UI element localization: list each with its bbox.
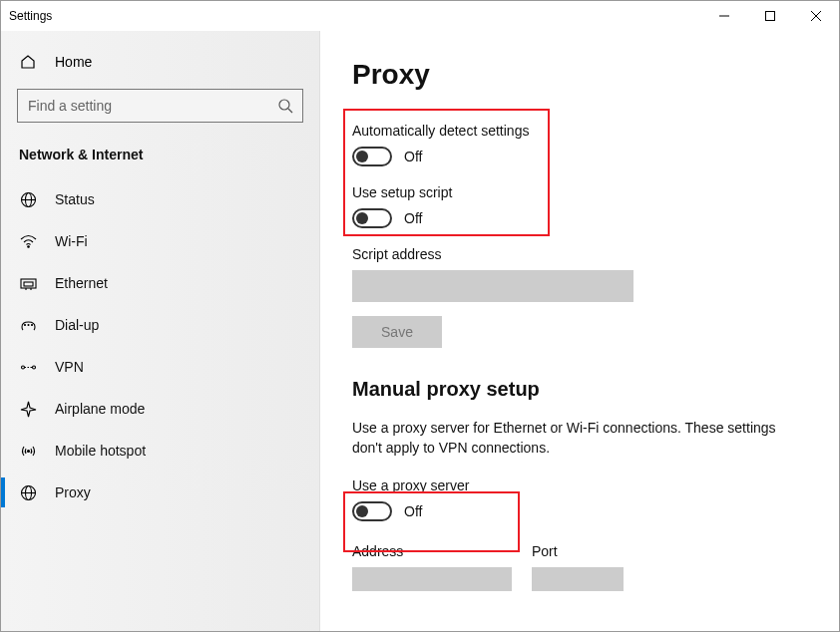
setup-script-label: Use setup script — [352, 184, 807, 200]
maximize-button[interactable] — [747, 1, 793, 31]
dialup-icon — [19, 316, 37, 334]
minimize-button[interactable] — [701, 1, 747, 31]
script-address-input[interactable] — [352, 270, 633, 302]
hotspot-icon — [19, 442, 37, 460]
sidebar-item-label: Dial-up — [55, 317, 99, 333]
sidebar-item-label: Status — [55, 191, 95, 207]
sidebar-item-proxy[interactable]: Proxy — [1, 472, 319, 513]
port-input[interactable] — [532, 567, 624, 591]
svg-point-20 — [27, 450, 29, 452]
address-label: Address — [352, 543, 512, 559]
setup-script-toggle[interactable] — [352, 208, 392, 228]
titlebar: Settings — [1, 1, 839, 31]
sidebar-item-label: VPN — [55, 359, 84, 375]
save-button[interactable]: Save — [352, 316, 442, 348]
auto-detect-toggle[interactable] — [352, 147, 392, 166]
address-input[interactable] — [352, 567, 512, 591]
manual-proxy-heading: Manual proxy setup — [352, 378, 807, 401]
sidebar-item-hotspot[interactable]: Mobile hotspot — [1, 430, 319, 472]
sidebar-item-ethernet[interactable]: Ethernet — [1, 262, 319, 304]
sidebar-item-label: Wi-Fi — [55, 233, 88, 249]
sidebar: Home Network & Internet Status Wi-Fi — [1, 31, 320, 631]
svg-rect-11 — [24, 282, 33, 286]
use-proxy-toggle[interactable] — [352, 501, 392, 521]
sidebar-item-label: Airplane mode — [55, 401, 145, 417]
setup-script-state: Off — [404, 210, 422, 226]
status-icon — [19, 190, 37, 208]
home-link[interactable]: Home — [1, 43, 319, 81]
manual-proxy-description: Use a proxy server for Ethernet or Wi-Fi… — [352, 419, 807, 458]
port-label: Port — [532, 543, 624, 559]
sidebar-item-status[interactable]: Status — [1, 178, 319, 220]
sidebar-section-title: Network & Internet — [1, 139, 319, 178]
proxy-icon — [19, 483, 37, 501]
auto-detect-state: Off — [404, 149, 422, 164]
auto-detect-label: Automatically detect settings — [352, 123, 807, 139]
sidebar-item-label: Proxy — [55, 484, 91, 500]
sidebar-item-airplane[interactable]: Airplane mode — [1, 388, 319, 430]
svg-point-18 — [32, 366, 35, 369]
svg-point-17 — [21, 366, 24, 369]
svg-point-14 — [24, 324, 25, 325]
sidebar-item-label: Mobile hotspot — [55, 443, 146, 459]
wifi-icon — [19, 232, 37, 250]
vpn-icon — [19, 358, 37, 376]
search-input[interactable] — [28, 98, 276, 114]
close-button[interactable] — [793, 1, 839, 31]
page-title: Proxy — [352, 59, 807, 91]
svg-point-15 — [28, 324, 29, 325]
airplane-icon — [19, 400, 37, 418]
svg-point-9 — [27, 245, 29, 247]
sidebar-item-wifi[interactable]: Wi-Fi — [1, 220, 319, 262]
script-address-label: Script address — [352, 246, 807, 262]
search-box[interactable] — [17, 89, 303, 123]
home-icon — [19, 53, 37, 71]
home-label: Home — [55, 54, 92, 70]
ethernet-icon — [19, 274, 37, 292]
sidebar-item-label: Ethernet — [55, 275, 108, 291]
svg-point-4 — [279, 100, 289, 110]
use-proxy-label: Use a proxy server — [352, 477, 807, 493]
svg-rect-10 — [21, 279, 36, 288]
use-proxy-state: Off — [404, 503, 422, 519]
window-controls — [701, 1, 839, 31]
search-icon — [276, 97, 294, 115]
svg-point-16 — [31, 324, 32, 325]
svg-line-5 — [288, 109, 292, 113]
sidebar-item-dialup[interactable]: Dial-up — [1, 304, 319, 346]
sidebar-item-vpn[interactable]: VPN — [1, 346, 319, 388]
content-pane: Proxy Automatically detect settings Off … — [320, 31, 839, 631]
window-title: Settings — [9, 9, 52, 23]
svg-rect-1 — [766, 12, 775, 21]
